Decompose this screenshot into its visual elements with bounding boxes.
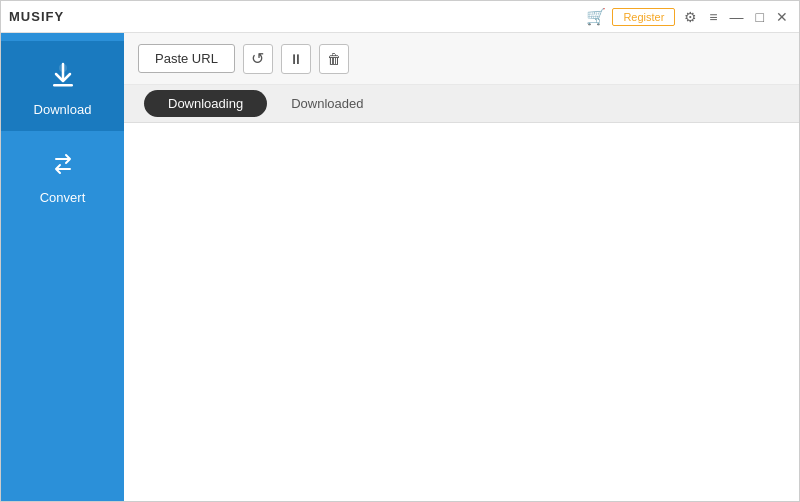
main-layout: Download Convert Paste URL ↺ ⏸ 🗑 [1, 33, 799, 502]
content-body [124, 123, 799, 502]
app-title: MUSIFY [9, 9, 64, 24]
tab-bar: Downloading Downloaded [124, 85, 799, 123]
title-bar-controls: 🛒 Register ⚙ ≡ — □ ✕ [586, 7, 791, 27]
sidebar-item-convert[interactable]: Convert [1, 131, 124, 219]
convert-icon [48, 149, 78, 184]
close-icon[interactable]: ✕ [773, 7, 791, 27]
svg-point-1 [59, 64, 67, 72]
minimize-icon[interactable]: — [727, 7, 747, 27]
tab-downloaded[interactable]: Downloaded [267, 90, 387, 117]
refresh-icon: ↺ [251, 49, 264, 68]
refresh-button[interactable]: ↺ [243, 44, 273, 74]
cart-icon[interactable]: 🛒 [586, 7, 606, 26]
settings-icon[interactable]: ⚙ [681, 7, 700, 27]
sidebar-item-download-label: Download [34, 102, 92, 117]
toolbar: Paste URL ↺ ⏸ 🗑 [124, 33, 799, 85]
sidebar-item-download[interactable]: Download [1, 41, 124, 131]
register-button[interactable]: Register [612, 8, 675, 26]
download-icon [47, 59, 79, 96]
tab-downloading[interactable]: Downloading [144, 90, 267, 117]
title-bar: MUSIFY 🛒 Register ⚙ ≡ — □ ✕ [1, 1, 799, 33]
content-area: Paste URL ↺ ⏸ 🗑 Downloading Downloaded [124, 33, 799, 502]
svg-rect-0 [53, 84, 73, 87]
sidebar-item-convert-label: Convert [40, 190, 86, 205]
menu-icon[interactable]: ≡ [706, 7, 720, 27]
maximize-icon[interactable]: □ [753, 7, 767, 27]
pause-icon: ⏸ [289, 51, 303, 67]
sidebar: Download Convert [1, 33, 124, 502]
delete-button[interactable]: 🗑 [319, 44, 349, 74]
delete-icon: 🗑 [327, 51, 341, 67]
paste-url-button[interactable]: Paste URL [138, 44, 235, 73]
pause-button[interactable]: ⏸ [281, 44, 311, 74]
